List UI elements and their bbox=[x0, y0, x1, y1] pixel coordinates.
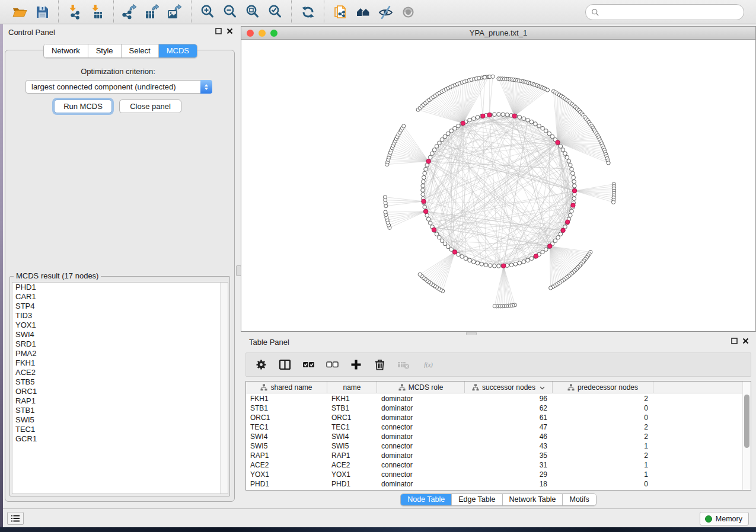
table-tab-motifs[interactable]: Motifs bbox=[562, 494, 595, 505]
network-node[interactable] bbox=[569, 213, 573, 217]
cell-name[interactable]: YOX1 bbox=[327, 470, 377, 479]
network-node[interactable] bbox=[471, 117, 476, 121]
tab-mcds[interactable]: MCDS bbox=[158, 44, 197, 57]
mcds-result-item[interactable]: STB5 bbox=[12, 377, 228, 387]
network-node[interactable] bbox=[497, 264, 501, 268]
cell-name[interactable]: RAP1 bbox=[327, 451, 377, 460]
network-node[interactable] bbox=[426, 217, 430, 222]
network-node[interactable] bbox=[509, 263, 513, 267]
network-node[interactable] bbox=[561, 148, 565, 152]
cell-successor-nodes[interactable]: 43 bbox=[465, 441, 553, 451]
table-scrollbar[interactable] bbox=[742, 382, 751, 490]
network-node[interactable] bbox=[484, 263, 488, 267]
cell-MCDS-role[interactable]: dominator bbox=[377, 394, 465, 403]
export-table-button[interactable] bbox=[141, 2, 164, 21]
mcds-list-scrollbar[interactable] bbox=[220, 283, 228, 493]
network-node[interactable] bbox=[547, 132, 551, 136]
network-node[interactable] bbox=[449, 129, 454, 133]
mcds-result-item[interactable]: STB1 bbox=[12, 406, 228, 415]
cell-name[interactable]: SWI5 bbox=[327, 441, 377, 451]
network-node[interactable] bbox=[464, 257, 468, 261]
select-all-button[interactable] bbox=[301, 357, 316, 373]
network-node[interactable] bbox=[522, 260, 526, 264]
tab-style[interactable]: Style bbox=[88, 44, 121, 57]
cell-shared-name[interactable]: FKH1 bbox=[246, 394, 327, 403]
network-node[interactable] bbox=[471, 260, 476, 264]
column-header-successor-nodes[interactable]: successor nodes bbox=[465, 382, 553, 393]
network-hub-node[interactable] bbox=[572, 188, 576, 193]
network-node[interactable] bbox=[446, 132, 450, 136]
float-panel-icon[interactable] bbox=[215, 28, 222, 34]
refresh-layout-button[interactable] bbox=[296, 2, 319, 21]
table-row-TEC1[interactable]: TEC1TEC1connector472 bbox=[246, 422, 751, 432]
mcds-result-item[interactable]: STP4 bbox=[12, 302, 228, 311]
zoom-selected-button[interactable] bbox=[264, 2, 286, 21]
network-node[interactable] bbox=[569, 163, 573, 167]
deselect-all-button[interactable] bbox=[324, 357, 340, 373]
network-node[interactable] bbox=[570, 209, 574, 213]
network-node[interactable] bbox=[476, 261, 480, 265]
mcds-result-list[interactable]: PHD1CAR1STP4TID3YOX1SWI4SRD1PMA2FKH1ACE2… bbox=[12, 282, 228, 494]
columns-button[interactable] bbox=[277, 357, 292, 373]
cell-name[interactable]: TEC1 bbox=[327, 422, 377, 432]
mcds-result-item[interactable]: TID3 bbox=[12, 311, 228, 321]
cell-shared-name[interactable]: TEC1 bbox=[246, 422, 327, 432]
mcds-result-item[interactable]: PMA2 bbox=[12, 349, 228, 358]
cell-successor-nodes[interactable]: 62 bbox=[465, 403, 553, 413]
cell-predecessor-nodes[interactable]: 0 bbox=[553, 403, 653, 413]
column-header-MCDS-role[interactable]: MCDS role bbox=[377, 382, 465, 393]
cell-successor-nodes[interactable]: 96 bbox=[465, 394, 553, 403]
network-node[interactable] bbox=[432, 148, 436, 152]
open-file-button[interactable] bbox=[8, 2, 31, 21]
mcds-result-item[interactable]: ORC1 bbox=[12, 387, 228, 396]
search-box[interactable] bbox=[585, 4, 744, 20]
network-node[interactable] bbox=[522, 117, 526, 121]
network-hub-node[interactable] bbox=[548, 244, 552, 248]
cell-shared-name[interactable]: YOX1 bbox=[246, 470, 327, 479]
network-node[interactable] bbox=[435, 232, 439, 236]
network-hub-node[interactable] bbox=[432, 227, 436, 232]
network-node[interactable] bbox=[559, 145, 563, 149]
cell-shared-name[interactable]: SWI4 bbox=[246, 432, 327, 441]
cell-MCDS-role[interactable]: dominator bbox=[377, 479, 465, 489]
network-leaf-node[interactable] bbox=[546, 88, 549, 92]
network-node[interactable] bbox=[438, 236, 442, 240]
cell-predecessor-nodes[interactable]: 1 bbox=[553, 470, 653, 479]
network-node[interactable] bbox=[460, 255, 464, 259]
network-node[interactable] bbox=[556, 236, 560, 240]
cell-successor-nodes[interactable]: 29 bbox=[465, 470, 553, 479]
table-tab-edge-table[interactable]: Edge Table bbox=[451, 494, 502, 505]
cell-predecessor-nodes[interactable]: 1 bbox=[553, 460, 653, 470]
network-node[interactable] bbox=[572, 180, 576, 184]
network-node[interactable] bbox=[425, 163, 429, 167]
network-node[interactable] bbox=[468, 258, 472, 262]
network-node[interactable] bbox=[468, 118, 472, 122]
cell-successor-nodes[interactable]: 18 bbox=[465, 479, 553, 489]
task-list-button[interactable] bbox=[7, 512, 24, 525]
table-row-STB1[interactable]: STB1STB1dominator620 bbox=[246, 403, 751, 413]
network-node[interactable] bbox=[529, 120, 534, 124]
cell-successor-nodes[interactable]: 31 bbox=[465, 460, 553, 470]
network-node[interactable] bbox=[505, 113, 509, 117]
network-hub-node[interactable] bbox=[423, 209, 428, 213]
network-node[interactable] bbox=[544, 129, 548, 133]
export-network-button[interactable] bbox=[119, 2, 141, 21]
column-header-shared-name[interactable]: shared name bbox=[246, 382, 327, 393]
network-node[interactable] bbox=[424, 167, 428, 171]
mcds-result-item[interactable]: RAP1 bbox=[12, 396, 228, 406]
mcds-result-item[interactable]: GCR1 bbox=[12, 434, 228, 444]
mcds-result-item[interactable]: PHD1 bbox=[12, 283, 228, 292]
cell-MCDS-role[interactable]: connector bbox=[377, 460, 465, 470]
network-hub-node[interactable] bbox=[566, 220, 570, 224]
cell-shared-name[interactable]: PHD1 bbox=[246, 479, 327, 489]
mcds-result-item[interactable]: TEC1 bbox=[12, 425, 228, 434]
cell-MCDS-role[interactable]: dominator bbox=[377, 451, 465, 460]
cell-name[interactable]: ACE2 bbox=[327, 460, 377, 470]
network-node[interactable] bbox=[541, 126, 545, 130]
network-leaf-node[interactable] bbox=[491, 75, 495, 78]
network-node[interactable] bbox=[438, 141, 442, 145]
import-network-button[interactable] bbox=[63, 2, 86, 21]
cell-predecessor-nodes[interactable]: 2 bbox=[553, 394, 653, 403]
tab-select[interactable]: Select bbox=[121, 44, 158, 57]
table-tab-node-table[interactable]: Node Table bbox=[401, 494, 451, 505]
